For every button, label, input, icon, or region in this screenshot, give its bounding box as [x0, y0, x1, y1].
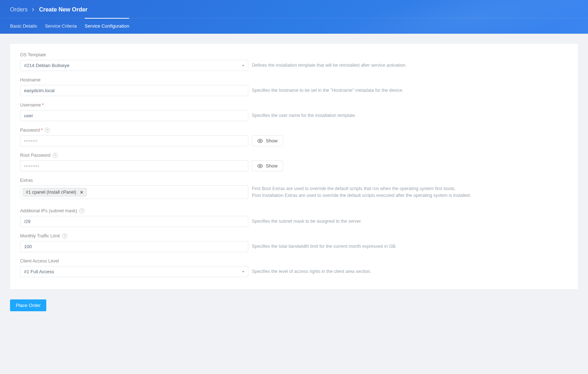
label-text: Hostname: [20, 77, 41, 82]
extras-tag-input[interactable]: #1 cpanel (Install cPanel) ✕: [20, 185, 248, 199]
required-marker: *: [42, 103, 44, 108]
label-text: Extras: [20, 178, 33, 183]
content: OS Template #214 Debian Bullseye Defines…: [0, 34, 588, 299]
svg-point-1: [259, 165, 261, 166]
required-marker: *: [41, 128, 43, 133]
form-card: OS Template #214 Debian Bullseye Defines…: [10, 44, 578, 289]
select-value: #1 Full Access: [24, 269, 54, 274]
tag-label: #1 cpanel (Install cPanel): [26, 190, 76, 195]
field-os-template: OS Template #214 Debian Bullseye Defines…: [20, 52, 568, 71]
eye-icon: [257, 163, 263, 169]
password-input[interactable]: [20, 135, 248, 146]
desc-os-template: Defines the installation template that w…: [252, 62, 406, 69]
footer: Place Order: [0, 299, 588, 321]
close-icon[interactable]: ✕: [80, 190, 84, 195]
label-traffic: Monthly Traffic Limit ?: [20, 233, 568, 238]
show-password-button[interactable]: Show: [252, 135, 283, 146]
desc-username: Specifies the user name for the installa…: [252, 112, 356, 119]
label-username: Username *: [20, 103, 568, 108]
desc-additional-ips: Specifies the subnet mask to be assigned…: [252, 218, 362, 225]
additional-ips-input[interactable]: [20, 216, 248, 227]
breadcrumb-root-link[interactable]: Orders: [10, 6, 28, 13]
label-text: Root Password: [20, 153, 51, 158]
tab-basic-details[interactable]: Basic Details: [10, 18, 37, 34]
field-username: Username * Specifies the user name for t…: [20, 103, 568, 121]
label-root-password: Root Password ?: [20, 153, 568, 158]
field-additional-ips: Additional IPs (subnet mask) ? Specifies…: [20, 208, 568, 227]
label-text: Password: [20, 128, 40, 133]
eye-icon: [257, 138, 263, 144]
label-text: Client Access Level: [20, 259, 59, 264]
label-extras: Extras: [20, 178, 568, 183]
help-icon[interactable]: ?: [79, 208, 84, 213]
label-password: Password * ?: [20, 128, 568, 133]
label-text: Monthly Traffic Limit: [20, 233, 60, 238]
root-password-input[interactable]: [20, 160, 248, 171]
label-hostname: Hostname: [20, 77, 568, 82]
traffic-input[interactable]: [20, 241, 248, 252]
desc-traffic: Specifies the total bandwidth limit for …: [252, 243, 397, 250]
desc-extras: First Boot Extras are used to override t…: [252, 185, 471, 199]
help-icon[interactable]: ?: [53, 153, 58, 158]
tabs: Basic Details Service Criteria Service C…: [0, 18, 588, 34]
field-extras: Extras #1 cpanel (Install cPanel) ✕ Firs…: [20, 178, 568, 199]
username-input[interactable]: [20, 110, 248, 121]
label-text: OS Template: [20, 52, 46, 57]
label-os-template: OS Template: [20, 52, 568, 57]
caret-down-icon: [242, 65, 244, 66]
place-order-button[interactable]: Place Order: [10, 299, 46, 311]
show-label: Show: [266, 138, 278, 143]
show-root-password-button[interactable]: Show: [252, 160, 283, 171]
show-label: Show: [266, 163, 278, 169]
help-icon[interactable]: ?: [45, 128, 50, 133]
field-hostname: Hostname Specifies the hostname to be se…: [20, 77, 568, 96]
desc-line: First Boot Extras are used to override t…: [252, 185, 471, 192]
desc-line: Post Installation Extras are used to ove…: [252, 192, 471, 199]
field-password: Password * ? Show: [20, 128, 568, 146]
extras-tag: #1 cpanel (Install cPanel) ✕: [23, 188, 87, 197]
help-icon[interactable]: ?: [62, 233, 67, 238]
desc-hostname: Specifies the hostname to be set in the …: [252, 87, 403, 94]
label-text: Additional IPs (subnet mask): [20, 208, 77, 213]
desc-access-level: Specifies the level of access rights in …: [252, 268, 371, 275]
label-access-level: Client Access Level: [20, 259, 568, 264]
hostname-input[interactable]: [20, 85, 248, 96]
page-header: Orders Create New Order Basic Details Se…: [0, 0, 588, 34]
field-traffic-limit: Monthly Traffic Limit ? Specifies the to…: [20, 233, 568, 252]
label-additional-ips: Additional IPs (subnet mask) ?: [20, 208, 568, 213]
tab-service-criteria[interactable]: Service Criteria: [45, 18, 77, 34]
chevron-right-icon: [32, 6, 35, 13]
svg-point-0: [259, 140, 261, 141]
tab-service-configuration[interactable]: Service Configuration: [85, 18, 129, 34]
field-root-password: Root Password ? Show: [20, 153, 568, 171]
os-template-select[interactable]: #214 Debian Bullseye: [20, 60, 248, 71]
caret-down-icon: [242, 271, 244, 273]
breadcrumb-current: Create New Order: [39, 6, 88, 13]
breadcrumb: Orders Create New Order: [0, 0, 588, 18]
select-value: #214 Debian Bullseye: [24, 63, 69, 68]
access-level-select[interactable]: #1 Full Access: [20, 266, 248, 277]
field-access-level: Client Access Level #1 Full Access Speci…: [20, 259, 568, 277]
label-text: Username: [20, 103, 41, 108]
